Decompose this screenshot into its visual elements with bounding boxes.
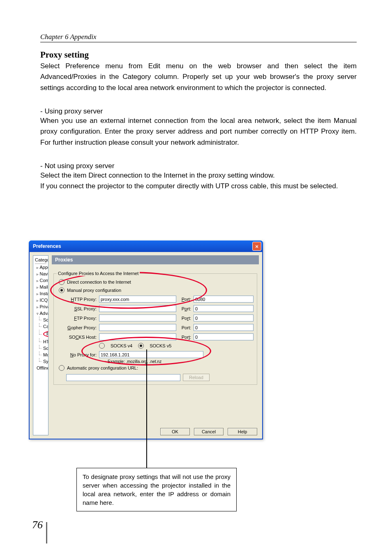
dialog-body: Category Appearance Navigator Composer M… [29, 252, 263, 439]
kw-category: Category [122, 73, 151, 81]
tree-item-composer[interactable]: Composer [35, 277, 46, 284]
kw-http-proxy: HTTP Proxy [300, 127, 339, 135]
tree-item-icq[interactable]: ICQ [35, 297, 46, 303]
noproxy-label: No Proxy for: [65, 352, 97, 357]
tree-item-proxies[interactable]: Proxies [35, 330, 46, 338]
proxy-grid: HHTTP Proxy:TTP Proxy: Port: SSL Proxy: … [65, 294, 254, 364]
tree-item-system[interactable]: System [35, 358, 46, 365]
noproxy-input[interactable] [99, 351, 203, 358]
text: If you connect the projector to the comp… [40, 182, 338, 190]
text: Select the item [40, 171, 88, 179]
subhead-not-using-proxy: - Not using proxy server [40, 162, 357, 170]
ftp-port-input[interactable] [194, 314, 254, 321]
ssl-port-input[interactable] [194, 305, 254, 312]
page-number: 76 [32, 519, 43, 531]
radio-socks4[interactable] [99, 343, 105, 349]
titlebar[interactable]: Preferences × [29, 240, 263, 252]
auto-url-input[interactable] [66, 374, 180, 381]
section-title: Proxy setting [40, 50, 357, 60]
radio-direct-row[interactable]: Direct connection to the Internet [57, 278, 254, 286]
kw-direct-connection: Direct connection to the Internet [88, 171, 187, 179]
http-port-label: Port: [179, 297, 191, 302]
gopher-port-input[interactable] [194, 324, 254, 331]
http-proxy-label: HHTTP Proxy:TTP Proxy: [65, 297, 97, 302]
page-number-rule [46, 522, 47, 543]
socks-version-row: SOCKS v4 SOCKS v5 [65, 342, 254, 350]
tree-item-httpnet[interactable]: HTTP Networking [35, 338, 46, 345]
panel-inner: Configure Proxies to Access the Internet… [52, 264, 259, 426]
callout-leader-line [146, 349, 147, 468]
radio-direct[interactable] [59, 279, 65, 285]
text: menu on the web browser and then select … [160, 62, 357, 70]
dialog-title: Preferences [33, 243, 61, 249]
text: Select [40, 62, 65, 70]
document-page: Chapter 6 Appendix Proxy setting Select … [0, 0, 392, 555]
radio-auto-row[interactable]: Automatic proxy configuration URL: [57, 364, 254, 372]
ftp-proxy-input[interactable] [99, 314, 176, 321]
ssl-proxy-label: SSL Proxy: [65, 306, 97, 311]
proxy-fieldset: Direct connection to the Internet Manual… [53, 273, 257, 385]
tree-item-privacy[interactable]: Privacy & Security [35, 303, 46, 310]
kw-preference: Preference [65, 62, 99, 70]
tree-item-advanced[interactable]: Advanced [35, 310, 46, 317]
kw-edit: Edit [148, 62, 160, 70]
help-button[interactable]: Help [228, 428, 257, 435]
ok-button[interactable]: OK [160, 428, 190, 435]
tree-item-cache[interactable]: Cache [35, 323, 46, 330]
socks5-label: SOCKS v5 [150, 343, 171, 348]
chapter-heading: Chapter 6 Appendix [40, 33, 357, 42]
socks-host-row: SOCKS Host: Port: [65, 332, 254, 342]
ftp-port-label: Port: [179, 316, 191, 321]
radio-socks5[interactable] [138, 343, 144, 349]
radio-manual[interactable] [59, 287, 65, 293]
text: When you use an external internet connec… [40, 117, 334, 125]
category-tree[interactable]: Category Appearance Navigator Composer M… [33, 255, 48, 435]
preferences-dialog: Preferences × Category Appearance Naviga… [29, 240, 263, 439]
http-port-input[interactable] [194, 296, 254, 303]
ftp-proxy-row: FTP Proxy: Port: [65, 313, 254, 323]
ssl-port-label: Port: [179, 306, 191, 311]
socks-port-input[interactable] [194, 333, 254, 340]
close-icon: × [255, 243, 258, 250]
category-header: Category [35, 257, 46, 264]
radio-direct-label: Direct connection to the Internet [67, 280, 131, 284]
gopher-proxy-input[interactable] [99, 324, 176, 331]
selected-highlight: Proxies [43, 331, 48, 338]
ftp-proxy-label: FTP Proxy: [65, 316, 97, 321]
subhead-using-proxy: - Using proxy server [40, 107, 357, 116]
callout-box: To designate proxy settings that will no… [76, 468, 237, 511]
tree-item-im[interactable]: Instant Messenger [35, 290, 46, 297]
tree-item-offline[interactable]: Offline & Disk Space [35, 365, 46, 371]
auto-url-row: Reload [57, 372, 254, 381]
using-proxy-paragraph: When you use an external internet connec… [40, 116, 357, 148]
cancel-button[interactable]: Cancel [194, 428, 224, 435]
http-proxy-input[interactable] [99, 296, 176, 303]
close-button[interactable]: × [252, 242, 261, 251]
tree-item-software[interactable]: Software Installation [35, 345, 46, 352]
ssl-proxy-input[interactable] [99, 305, 176, 312]
tree-item-appearance[interactable]: Appearance [35, 264, 46, 271]
tree-item-mouse[interactable]: Mouse Wheel [35, 352, 46, 358]
dialog-buttons: OK Cancel Help [52, 426, 259, 435]
callout-text: To designate proxy settings that will no… [83, 473, 231, 506]
gopher-port-label: Port: [179, 325, 191, 330]
socks4-label: SOCKS v4 [111, 343, 132, 348]
socks-host-label: SOCKS Host: [65, 335, 97, 340]
radio-auto[interactable] [59, 365, 65, 371]
panel-title: Proxies [52, 255, 259, 264]
tree-item-mail[interactable]: Mail & Newsgroups [35, 284, 46, 290]
text: . Enter the proxy server address and por… [100, 127, 300, 135]
kw-advanced-proxies: Advanced/Proxies [40, 73, 97, 81]
socks-host-input[interactable] [99, 333, 176, 340]
radio-manual-row[interactable]: Manual proxy configuration [57, 286, 254, 294]
tree-item-scripts[interactable]: Scripts & Plugins [35, 317, 46, 323]
proxies-panel: Proxies Configure Proxies to Access the … [52, 255, 259, 435]
not-using-proxy-paragraph: Select the item Direct connection to the… [40, 170, 357, 192]
reload-button[interactable]: Reload [183, 374, 210, 381]
text: in the proxy setting window. [187, 171, 275, 179]
text: in the [97, 73, 122, 81]
tree-item-navigator[interactable]: Navigator [35, 271, 46, 277]
http-proxy-row: HHTTP Proxy:TTP Proxy: Port: [65, 294, 254, 304]
intro-paragraph: Select Preference menu from Edit menu on… [40, 61, 357, 93]
gopher-proxy-label: Gopher Proxy: [65, 325, 97, 330]
